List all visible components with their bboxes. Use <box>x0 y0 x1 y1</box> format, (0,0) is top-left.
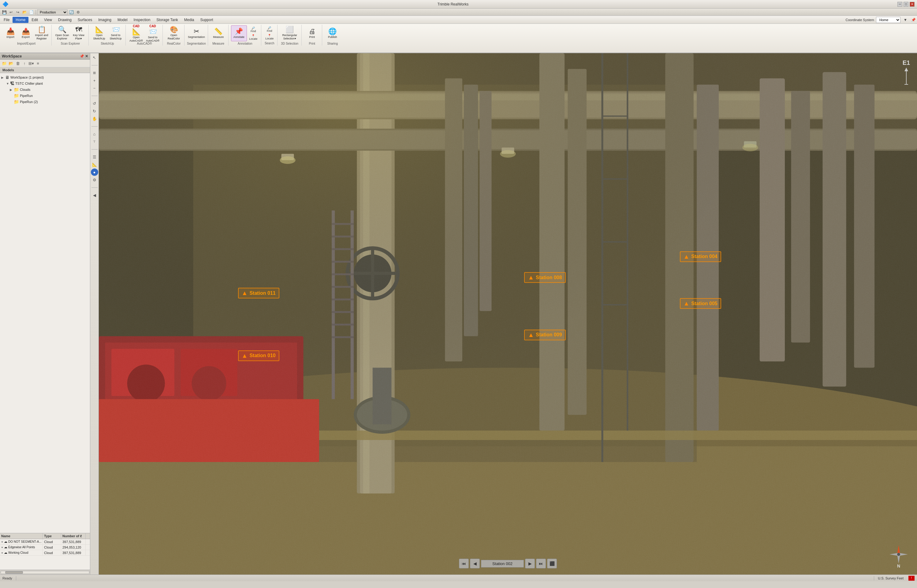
open-scan-explorer-button[interactable]: 🔍 Open Scan Explorer <box>54 25 70 41</box>
top-view-button[interactable]: ⊤ <box>91 138 98 145</box>
menu-storage-tank[interactable]: Storage Tank <box>153 17 181 23</box>
station-008-label[interactable]: Station 008 <box>524 272 565 283</box>
workspace-models-tab[interactable]: Models <box>0 67 90 73</box>
find-button[interactable]: 🔎 Find <box>248 26 259 33</box>
menu-drawing[interactable]: Drawing <box>55 17 75 23</box>
zoom-in-button[interactable]: + <box>91 77 98 84</box>
station-005-label[interactable]: Station 005 <box>680 298 721 309</box>
scroll-thumb[interactable] <box>5 571 23 573</box>
maximize-button[interactable]: □ <box>904 2 909 7</box>
coordinate-system-dropdown[interactable]: Home <box>876 17 901 23</box>
open-icon[interactable]: 📂 <box>21 9 28 15</box>
station-004-label[interactable]: Station 004 <box>680 251 721 262</box>
ws-filter-button[interactable]: ≡ <box>35 60 41 66</box>
left-arrow-button[interactable]: ◀ <box>91 191 98 199</box>
table-row[interactable]: ● ☁ Working Cloud Cloud 397,531,889 <box>0 550 90 556</box>
workspace-close-icon[interactable]: ✕ <box>85 54 88 58</box>
menu-view[interactable]: View <box>41 17 55 23</box>
ws-up-button[interactable]: ↑ <box>21 60 28 66</box>
find-search-button[interactable]: 🔎 Find <box>264 26 275 33</box>
menu-media[interactable]: Media <box>181 17 198 23</box>
home-view-button[interactable]: ⌂ <box>91 130 98 137</box>
import-button[interactable]: 📥 Import <box>3 25 18 41</box>
import-register-button[interactable]: 📋 Import and Register <box>34 25 50 41</box>
locate-button[interactable]: 📍 Locate <box>248 34 259 41</box>
nav-first-button[interactable]: ⏮ <box>459 559 469 569</box>
print-button[interactable]: 🖨 Print <box>304 25 320 41</box>
annotate-button[interactable]: 📌 Annotate <box>231 25 247 41</box>
layers-button[interactable]: ☰ <box>91 153 98 160</box>
menu-surfaces[interactable]: Surfaces <box>75 17 95 23</box>
undo-icon[interactable]: ↩ <box>8 9 14 15</box>
pan-button[interactable]: ✋ <box>91 115 98 122</box>
send-sketchup-button[interactable]: 📨 Send to SketchUp <box>108 25 124 41</box>
separator4 <box>91 145 98 153</box>
zoom-extents-button[interactable]: ⊞ <box>91 69 98 76</box>
waypoint-button[interactable]: ● <box>91 168 98 176</box>
realcolor-group-label: RealColor <box>165 42 182 45</box>
menu-inspection[interactable]: Inspection <box>131 17 154 23</box>
open-autocad-button[interactable]: CAD 📐 Open AutoCAD® <box>128 25 144 41</box>
measure-icon: 📏 <box>214 28 222 35</box>
workspace-scrollbar[interactable] <box>0 570 90 575</box>
ribbon-group-print: 🖨 Print Print <box>302 25 322 45</box>
tree-piperun[interactable]: 📁 PipeRun <box>1 93 89 99</box>
measure-button[interactable]: 📏 Measure <box>211 25 227 41</box>
nav-next-button[interactable]: ▶ <box>525 559 535 569</box>
cursor-button[interactable]: ↖ <box>91 54 98 61</box>
segmentation-button[interactable]: ✂ Segmentation <box>188 25 205 41</box>
settings-icon[interactable]: ⚙ <box>75 9 81 15</box>
ws-delete-button[interactable]: 🗑 <box>15 60 21 66</box>
nav-fullscreen-button[interactable]: ⬛ <box>547 559 557 569</box>
rectangular-selection-button[interactable]: ⬜ Rectangular Selection▾ <box>280 25 300 41</box>
publish-button[interactable]: 🌐 Publish <box>325 25 340 41</box>
key-view-plan-button[interactable]: 🗺 Key View Plan▾ <box>71 25 87 41</box>
menu-imaging[interactable]: Imaging <box>95 17 114 23</box>
tree-tstc-project[interactable]: ▼ 🏗 TSTC Chiller plant <box>1 81 89 87</box>
refresh-icon[interactable]: 🔄 <box>68 9 75 15</box>
rotate-left-button[interactable]: ↺ <box>91 100 98 107</box>
export-button[interactable]: 📤 Export <box>18 25 33 41</box>
station-011-label[interactable]: Station 011 <box>238 288 279 299</box>
nav-prev-button[interactable]: ◀ <box>470 559 480 569</box>
nav-last-button[interactable]: ⏭ <box>536 559 546 569</box>
settings-toolbar-button[interactable]: ⚙ <box>91 176 98 183</box>
send-autocad-button[interactable]: CAD 📨 Send to AutoCAD® <box>145 25 160 41</box>
open-autocad-label: Open AutoCAD® <box>129 36 144 42</box>
station-009-label[interactable]: Station 009 <box>524 330 565 340</box>
new-icon[interactable]: 📄 <box>28 9 34 15</box>
ws-view-dropdown[interactable]: ⊞▾ <box>28 60 34 66</box>
menu-home[interactable]: Home <box>13 17 28 23</box>
save-icon[interactable]: 💾 <box>1 9 7 15</box>
menu-edit[interactable]: Edit <box>28 17 41 23</box>
viewport[interactable]: Station 011 Station 010 Station 008 Stat… <box>99 53 917 575</box>
menu-support[interactable]: Support <box>198 17 216 23</box>
table-row[interactable]: ● ☁ DO NOT SEGMENT-A... Cloud 397,531,88… <box>0 539 90 544</box>
tree-piperun2-icon: 📁 <box>14 99 19 104</box>
coord-pin-icon[interactable]: 📌 <box>910 17 916 23</box>
separator5 <box>91 184 98 191</box>
measure-tool-button[interactable]: 📐 <box>91 161 98 168</box>
tree-clouds[interactable]: ▶ 📁 Clouds <box>1 87 89 93</box>
redo-icon[interactable]: ↪ <box>15 9 21 15</box>
workspace-pin-icon[interactable]: 📌 <box>79 54 84 58</box>
scroll-track[interactable] <box>1 571 89 574</box>
ws-open-button[interactable]: 📂 <box>8 60 14 66</box>
project-dropdown[interactable]: Production <box>37 10 68 15</box>
menu-file[interactable]: File <box>1 17 13 23</box>
annotate-label: Annotate <box>233 36 245 39</box>
rotate-right-button[interactable]: ↻ <box>91 107 98 115</box>
table-row[interactable]: ● ☁ Edgewise All Points Cloud 294,053,12… <box>0 544 90 550</box>
ws-new-folder-button[interactable]: 📁 <box>1 60 7 66</box>
locate-search-button[interactable]: 📍 Locate <box>264 33 275 41</box>
minimize-button[interactable]: ─ <box>898 2 902 7</box>
zoom-out-button[interactable]: − <box>91 84 98 92</box>
tree-piperun2[interactable]: 📁 PipeRun (2) <box>1 99 89 105</box>
menu-model[interactable]: Model <box>114 17 131 23</box>
open-realcolor-button[interactable]: 🎨 Open RealColor <box>165 25 182 41</box>
open-sketchup-button[interactable]: 📐 Open SketchUp <box>91 25 107 41</box>
station-010-label[interactable]: Station 010 <box>238 351 279 361</box>
close-button[interactable]: ✕ <box>910 2 915 7</box>
tree-workspace-root[interactable]: ▶ 🖥 WorkSpace (1 project) <box>1 74 89 81</box>
coord-options-icon[interactable]: ▼ <box>902 17 909 23</box>
